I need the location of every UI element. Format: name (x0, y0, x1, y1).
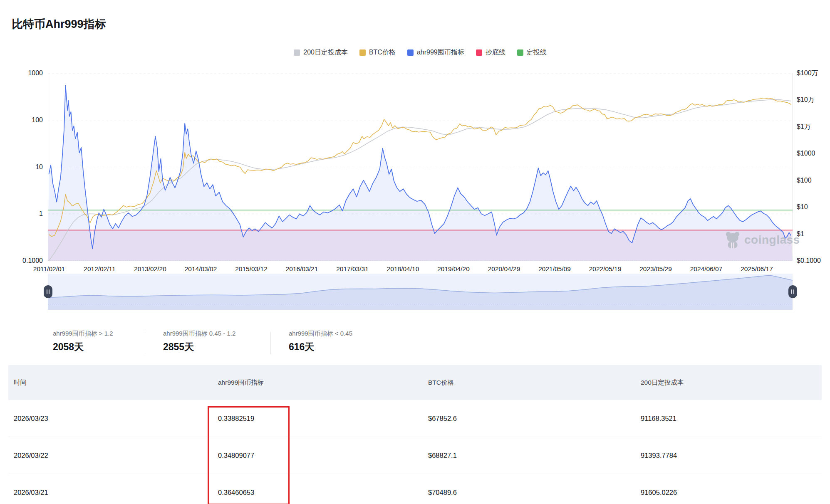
table-cell: 0.33882519 (218, 415, 254, 422)
page-title: 比特币Ahr999指标 (12, 17, 106, 32)
x-axis-label: 2020/04/29 (488, 265, 520, 273)
chart-legend: 200日定投成本BTC价格ahr999囤币指标抄底线定投线 (48, 48, 793, 57)
right-axis-label: $10万 (797, 96, 815, 104)
stat-group-1: ahr999囤币指标 > 1.22058天 (53, 330, 113, 353)
table-cell: 0.36460653 (218, 489, 254, 497)
stat-label: ahr999囤币指标 < 0.45 (289, 330, 352, 338)
legend-label: 抄底线 (486, 48, 505, 57)
table-row: 2026/03/230.33882519$67852.691168.3521 (8, 400, 822, 437)
stat-label: ahr999囤币指标 > 1.2 (53, 330, 113, 338)
x-axis-label: 2014/03/02 (185, 265, 217, 273)
navigator-left-handle[interactable] (44, 285, 52, 298)
navigator-right-handle[interactable] (788, 285, 797, 298)
table-header-cell: 时间 (14, 378, 27, 387)
table-cell: $70489.6 (428, 489, 457, 497)
watermark-text: coinglass (744, 233, 800, 247)
table-body: 2026/03/230.33882519$67852.691168.352120… (8, 400, 822, 504)
x-axis-label: 2017/03/31 (336, 265, 369, 273)
chart-navigator[interactable] (48, 274, 793, 310)
x-axis-label: 2023/05/29 (639, 265, 672, 273)
right-axis-label: $0.1000 (797, 257, 821, 264)
legend-item-4[interactable]: 抄底线 (476, 48, 505, 57)
x-axis-label: 2012/02/11 (84, 265, 115, 273)
x-axis-label: 2016/03/21 (286, 265, 318, 273)
legend-label: 定投线 (527, 48, 547, 57)
table-cell: 2026/03/22 (14, 452, 48, 460)
legend-label: ahr999囤币指标 (417, 48, 464, 57)
stat-label: ahr999囤币指标 0.45 - 1.2 (163, 330, 235, 338)
table-header: 时间ahr999囤币指标BTC价格200日定投成本 (8, 365, 822, 400)
plot-area[interactable] (48, 73, 793, 261)
x-axis-label: 2024/06/07 (690, 265, 723, 273)
stat-divider (145, 332, 145, 354)
legend-item-3[interactable]: ahr999囤币指标 (407, 48, 464, 57)
x-axis-label: 2025/06/17 (741, 265, 773, 273)
coinglass-watermark: coinglass (725, 231, 800, 249)
x-axis-label: 2013/02/20 (134, 265, 166, 273)
table-cell: 91168.3521 (641, 415, 676, 422)
legend-item-1[interactable]: 200日定投成本 (294, 48, 348, 57)
table-cell: 2026/03/23 (14, 415, 48, 422)
right-axis-label: $100万 (797, 69, 818, 78)
navigator-area (48, 275, 793, 310)
stat-divider (270, 332, 271, 354)
left-axis-label: 10 (0, 163, 43, 171)
stat-group-3: ahr999囤币指标 < 0.45616天 (289, 330, 352, 353)
table-cell: $67852.6 (428, 415, 457, 422)
left-axis-label: 0.1000 (0, 257, 43, 264)
right-axis-label: $10 (797, 203, 808, 211)
ahr999-area-fill (48, 85, 793, 261)
legend-label: 200日定投成本 (303, 48, 348, 57)
table-row: 2026/03/220.34809077$68827.191393.7784 (8, 437, 822, 474)
navigator-chart (48, 274, 793, 310)
table-cell: $68827.1 (428, 452, 457, 460)
left-axis-label: 1000 (0, 69, 43, 77)
table-header-cell: 200日定投成本 (641, 378, 684, 387)
table-cell: 91605.0226 (641, 489, 677, 497)
x-axis-label: 2011/02/01 (33, 265, 65, 273)
legend-swatch-icon (359, 49, 366, 56)
left-axis-label: 1 (0, 210, 43, 217)
x-axis-label: 2022/05/19 (589, 265, 622, 273)
table-cell: 2026/03/21 (14, 489, 48, 497)
legend-swatch-icon (476, 49, 482, 56)
stats-row: ahr999囤币指标 > 1.22058天ahr999囤币指标 0.45 - 1… (0, 330, 830, 359)
right-axis-label: $1万 (797, 122, 811, 131)
table-row: 2026/03/210.36460653$70489.691605.0226 (8, 474, 822, 504)
legend-swatch-icon (517, 49, 523, 56)
right-axis-label: $1000 (797, 150, 815, 157)
legend-swatch-icon (294, 49, 300, 56)
x-axis-label: 2019/04/20 (437, 265, 470, 273)
left-axis-label: 100 (0, 116, 43, 124)
x-axis-label: 2021/05/09 (538, 265, 571, 273)
x-axis-label: 2018/04/10 (387, 265, 419, 273)
table-header-cell: BTC价格 (428, 378, 454, 387)
coinglass-logo-icon (725, 231, 741, 249)
stat-group-2: ahr999囤币指标 0.45 - 1.22855天 (163, 330, 235, 353)
table-cell: 0.34809077 (218, 452, 254, 460)
data-table: 时间ahr999囤币指标BTC价格200日定投成本 2026/03/230.33… (8, 365, 822, 504)
legend-swatch-icon (407, 49, 414, 56)
stat-value: 2058天 (53, 341, 113, 353)
right-axis-label: $100 (797, 177, 812, 184)
table-cell: 91393.7784 (641, 452, 677, 460)
page: 比特币Ahr999指标 200日定投成本BTC价格ahr999囤币指标抄底线定投… (0, 0, 830, 504)
legend-item-5[interactable]: 定投线 (517, 48, 547, 57)
stat-value: 2855天 (163, 341, 235, 353)
stat-value: 616天 (289, 341, 352, 353)
table-header-cell: ahr999囤币指标 (218, 378, 264, 387)
x-axis-label: 2015/03/12 (235, 265, 268, 273)
legend-item-2[interactable]: BTC价格 (359, 48, 396, 57)
legend-label: BTC价格 (369, 48, 396, 57)
